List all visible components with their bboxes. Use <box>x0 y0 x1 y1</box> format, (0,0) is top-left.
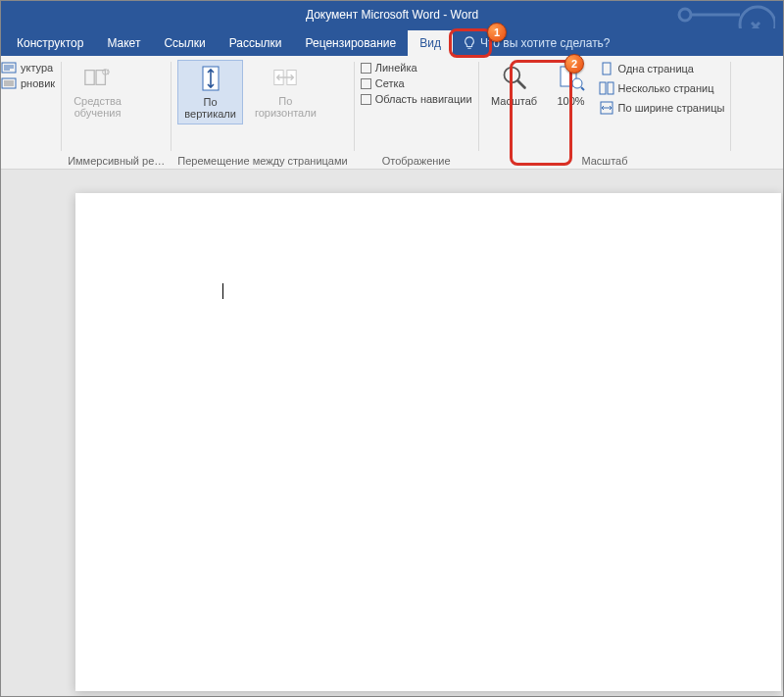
svg-rect-11 <box>603 63 611 75</box>
document-workarea <box>1 170 783 696</box>
tab-view[interactable]: Вид <box>408 30 453 56</box>
one-page-icon <box>599 62 614 75</box>
group-immersive-label: Иммерсивный ре… <box>68 153 165 167</box>
btn-page-width[interactable]: По ширине страницы <box>599 101 725 115</box>
group-views: уктура рновик <box>1 56 61 169</box>
svg-rect-12 <box>600 82 606 94</box>
svg-point-1 <box>679 9 691 21</box>
tab-references[interactable]: Ссылки <box>152 30 217 56</box>
chk-navigation-pane[interactable]: Область навигации <box>361 93 472 105</box>
chk-ruler[interactable]: Линейка <box>361 62 472 74</box>
window-title: Документ Microsoft Word - Word <box>306 8 478 22</box>
btn-vertical-scroll[interactable]: По вертикали <box>177 60 243 124</box>
btn-zoom[interactable]: Масштаб <box>485 60 544 111</box>
tab-mailings[interactable]: Рассылки <box>218 30 294 56</box>
ribbon-tabs: Конструктор Макет Ссылки Рассылки Реценз… <box>1 28 783 56</box>
watermark-decoration <box>667 1 775 28</box>
checkbox-icon <box>361 63 371 74</box>
document-page[interactable] <box>75 193 781 691</box>
group-zoom-label: Масштаб <box>485 153 725 167</box>
btn-side-to-side[interactable]: По горизонтали <box>249 60 322 123</box>
checkbox-icon <box>361 94 371 105</box>
magnifier-icon <box>501 64 528 91</box>
callout-badge-1: 1 <box>487 23 507 42</box>
group-page-movement: По вертикали По горизонтали Перемещение … <box>172 56 353 169</box>
group-views-label <box>1 153 55 167</box>
group-zoom: Масштаб 100% Одна страница Несколько <box>479 56 731 169</box>
btn-multiple-pages[interactable]: Несколько страниц <box>599 81 725 95</box>
book-audio-icon <box>83 64 111 91</box>
ribbon: уктура рновик Средства обучения <box>1 56 783 170</box>
group-show-label: Отображение <box>361 153 472 167</box>
tab-constructor[interactable]: Конструктор <box>5 30 95 56</box>
checkbox-icon <box>361 78 371 89</box>
tab-layout[interactable]: Макет <box>95 30 152 56</box>
chk-gridlines[interactable]: Сетка <box>361 77 472 89</box>
tab-review[interactable]: Рецензирование <box>294 30 409 56</box>
svg-rect-13 <box>608 82 613 94</box>
vertical-page-icon <box>197 65 224 92</box>
multi-page-icon <box>599 81 614 95</box>
callout-badge-2: 2 <box>564 54 584 74</box>
btn-one-page[interactable]: Одна страница <box>599 62 725 75</box>
outline-icon <box>1 62 17 74</box>
app-window: { "title": "Документ Microsoft Word - Wo… <box>0 0 784 697</box>
horizontal-page-icon <box>271 64 299 91</box>
text-cursor <box>222 283 223 299</box>
tell-me-search[interactable]: Что вы хотите сделать? <box>453 30 620 56</box>
group-page-movement-label: Перемещение между страницами <box>177 153 347 167</box>
group-show: Линейка Сетка Область навигации Отображе… <box>355 56 478 169</box>
separator <box>730 62 731 151</box>
svg-point-10 <box>572 78 582 88</box>
page-width-icon <box>599 101 614 115</box>
btn-draft-view[interactable]: рновик <box>1 77 55 89</box>
draft-icon <box>1 77 17 89</box>
btn-learning-tools[interactable]: Средства обучения <box>68 60 127 123</box>
title-bar: Документ Microsoft Word - Word <box>1 1 783 28</box>
group-immersive: Средства обучения Иммерсивный ре… <box>62 56 171 169</box>
lightbulb-icon <box>463 36 476 50</box>
btn-outline-view[interactable]: уктура <box>1 62 55 74</box>
